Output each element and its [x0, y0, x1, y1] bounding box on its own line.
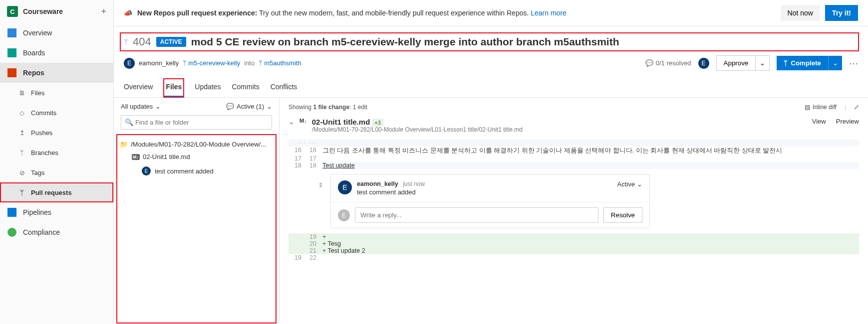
diff-file-title: 02-Unit1 title.md	[312, 118, 370, 126]
merge-icon: ᛘ	[784, 59, 788, 67]
author-name: eamonn_kelly	[139, 59, 179, 67]
sidebar-item-tags[interactable]: ⊘ Tags	[0, 162, 113, 182]
reviewer-avatar[interactable]: E	[698, 58, 709, 69]
sidebar-label-commits: Commits	[31, 109, 56, 117]
pushes-icon: ↥	[18, 128, 26, 138]
code-line: 1616그런 다음 조사를 통해 특정 비즈니스 문제를 분석하고 이를 해결하…	[289, 147, 859, 155]
sidebar-item-boards[interactable]: Boards	[0, 43, 113, 63]
diff-summary: Showing 1 file change: 1 edit	[289, 104, 367, 111]
inline-diff-toggle[interactable]: ▤Inline diff	[805, 104, 837, 111]
chevron-down-icon: ⌄	[637, 180, 642, 188]
target-branch-link[interactable]: ᛘm5authsmith	[259, 59, 301, 67]
project-icon: C	[7, 6, 18, 17]
tree-file[interactable]: M↓ 02-Unit1 title.md	[120, 150, 273, 163]
sidebar-label-repos: Repos	[23, 69, 44, 77]
source-branch-link[interactable]: ᛘm5-cereview-kelly	[183, 59, 240, 67]
tab-overview[interactable]: Overview	[124, 79, 153, 97]
tab-updates[interactable]: Updates	[195, 79, 221, 97]
banner-learn-more-link[interactable]: Learn more	[531, 9, 567, 17]
comment-icon: 💬	[645, 59, 653, 67]
diff-icon: ▤	[805, 104, 810, 111]
pr-meta: E eamonn_kelly ᛘm5-cereview-kelly into ᛘ…	[124, 50, 858, 76]
resolve-button[interactable]: Resolve	[603, 207, 642, 223]
chevron-down-icon: ⌄	[267, 103, 272, 110]
sidebar-item-commits[interactable]: ◇ Commits	[0, 103, 113, 123]
folder-icon: 📁	[120, 141, 128, 148]
repos-icon	[7, 68, 17, 78]
add-icon[interactable]: +	[101, 6, 106, 17]
fullscreen-icon[interactable]: ⤢	[854, 104, 859, 111]
sidebar-label-compliance: Compliance	[23, 228, 60, 236]
expand-lines[interactable]: · · · · · ·	[289, 139, 859, 147]
thread-status-dropdown[interactable]: Active⌄	[617, 180, 642, 188]
sidebar-item-pullrequests[interactable]: ᛘ Pull requests	[0, 182, 113, 202]
svg-rect-3	[7, 208, 16, 217]
comment-icon: 💬	[226, 103, 234, 110]
more-actions[interactable]: ⋯	[849, 58, 858, 69]
comment-text: test comment added	[155, 167, 214, 175]
sidebar-item-compliance[interactable]: Compliance	[0, 222, 113, 242]
preview-link[interactable]: Preview	[836, 118, 859, 125]
sidebar-label-branches: Branches	[31, 149, 58, 157]
sidebar-item-branches[interactable]: ᛘ Branches	[0, 143, 113, 162]
approve-dropdown[interactable]: ⌄	[756, 55, 770, 71]
svg-rect-2	[7, 68, 16, 77]
markdown-icon: M↓	[299, 118, 307, 124]
tab-conflicts[interactable]: Conflicts	[271, 79, 297, 97]
svg-rect-1	[7, 48, 16, 57]
sidebar-item-repos[interactable]: Repos	[0, 63, 113, 83]
sidebar-label-tags: Tags	[31, 169, 44, 176]
thread-reply-row: E Resolve	[331, 202, 649, 228]
sidebar-label-pullrequests: Pull requests	[31, 189, 72, 196]
sidebar-item-pushes[interactable]: ↥ Pushes	[0, 123, 113, 143]
tab-files[interactable]: Files	[164, 79, 184, 97]
not-now-button[interactable]: Not now	[781, 5, 820, 21]
into-label: into	[244, 59, 255, 67]
complete-dropdown[interactable]: ⌄	[828, 56, 842, 70]
pr-number: 404	[133, 35, 151, 48]
file-filters: All updates ⌄ 💬Active (1) ⌄	[114, 98, 279, 115]
file-search-input[interactable]	[121, 115, 272, 130]
svg-point-4	[7, 228, 16, 237]
file-tree-panel: All updates ⌄ 💬Active (1) ⌄ 🔍 📁 /Modules…	[114, 98, 280, 324]
code-line-added: 21Test update 2	[289, 247, 859, 254]
sidebar-item-pipelines[interactable]: Pipelines	[0, 202, 113, 222]
tree-comment[interactable]: E test comment added	[120, 163, 273, 178]
collapse-file-icon[interactable]: ⌄	[289, 118, 294, 126]
compliance-icon	[7, 227, 17, 237]
sidebar-item-files[interactable]: 🗎 Files	[0, 83, 113, 103]
reply-input[interactable]	[355, 207, 598, 223]
complete-button[interactable]: ᛘComplete	[777, 56, 828, 70]
thread-time: just now	[403, 180, 425, 187]
author-avatar: E	[124, 58, 135, 69]
project-name: Courseware	[23, 7, 101, 15]
search-icon: 🔍	[125, 118, 133, 126]
project-header[interactable]: C Courseware +	[0, 0, 113, 23]
branches-icon: ᛘ	[18, 148, 26, 158]
tree-folder[interactable]: 📁 /Modules/M01-70-282/L00-Module Overvie…	[120, 139, 273, 150]
megaphone-icon: 📣	[124, 9, 132, 17]
collapse-thread-icon[interactable]: ⇕	[318, 181, 323, 189]
pr-title-row: ᛘ 404 ACTIVE mod 5 CE review on branch m…	[121, 33, 858, 50]
resolved-count[interactable]: 💬0/1 resolved	[645, 59, 691, 67]
diff-summary-bar: Showing 1 file change: 1 edit ▤Inline di…	[289, 104, 859, 111]
thread-text: test comment added	[357, 188, 612, 196]
pipelines-icon	[7, 207, 17, 217]
sidebar-item-overview[interactable]: Overview	[0, 23, 113, 43]
banner-title: New Repos pull request experience:	[137, 9, 257, 17]
approve-button[interactable]: Approve	[716, 55, 756, 71]
updates-filter[interactable]: All updates ⌄	[121, 103, 161, 110]
code-line: 1717	[289, 155, 859, 162]
svg-rect-0	[7, 28, 16, 37]
try-it-button[interactable]: Try it!	[825, 5, 858, 21]
file-name: 02-Unit1 title.md	[143, 153, 190, 161]
boards-icon	[7, 48, 17, 58]
reply-avatar: E	[338, 209, 350, 221]
markdown-icon: M↓	[132, 154, 140, 160]
file-tree: 📁 /Modules/M01-70-282/L00-Module Overvie…	[116, 134, 277, 324]
comments-filter[interactable]: 💬Active (1) ⌄	[226, 103, 272, 110]
tab-commits[interactable]: Commits	[232, 79, 259, 97]
code-line: 1922	[289, 254, 859, 261]
sidebar-label-overview: Overview	[23, 29, 52, 37]
view-link[interactable]: View	[812, 118, 826, 125]
